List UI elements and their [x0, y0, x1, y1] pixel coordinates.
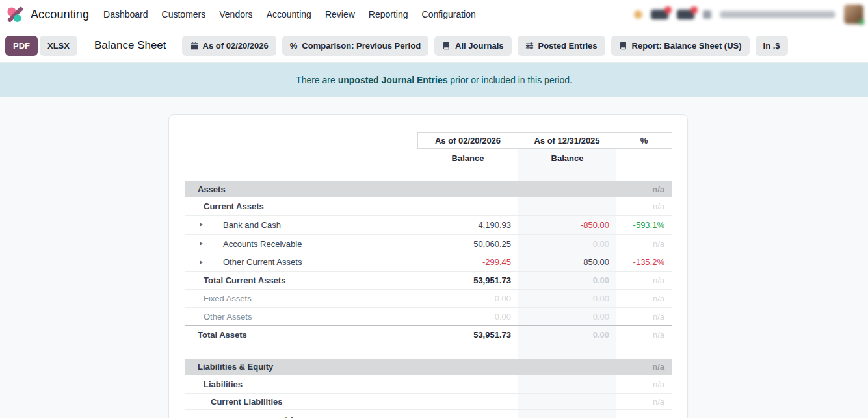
expand-caret-icon[interactable]	[200, 223, 203, 227]
menu-item-review[interactable]: Review	[325, 9, 355, 19]
table-row	[185, 410, 672, 418]
journals-filter-button[interactable]: All Journals	[434, 36, 511, 56]
row-label-cell: Liabilities & Equity	[185, 362, 417, 372]
balance-current-cell: 50,060.25	[417, 239, 518, 249]
variance-pct-cell: n/a	[616, 294, 672, 303]
menu-item-dashboard[interactable]: Dashboard	[103, 9, 148, 19]
table-row: Total Current Assets53,951.730.00n/a	[185, 272, 672, 290]
expand-caret-icon[interactable]	[200, 242, 203, 246]
nav-right-cluster	[634, 0, 863, 29]
messages-icon[interactable]	[651, 10, 668, 19]
table-row: Other Assets0.000.00n/a	[185, 308, 672, 326]
menu-item-accounting[interactable]: Accounting	[267, 9, 311, 19]
subheader-row: Balance Balance	[185, 149, 672, 168]
date-filter-button[interactable]: As of 02/20/2026	[182, 36, 276, 56]
pdf-button[interactable]: PDF	[5, 36, 38, 56]
main-menu: Dashboard Customers Vendors Accounting R…	[103, 9, 476, 19]
currency-filter-button[interactable]: In .$	[756, 36, 788, 56]
variance-pct-cell: n/a	[616, 184, 672, 194]
balance-comparison-cell: 0.00	[518, 275, 616, 285]
app-brand[interactable]: Accounting	[7, 6, 89, 23]
report-toolbar: PDF XLSX Balance Sheet As of 02/20/2026 …	[0, 29, 868, 63]
row-label: Liabilities & Equity	[198, 362, 273, 372]
currency-filter-label: In .$	[763, 41, 780, 51]
variance-pct-cell: -593.1%	[616, 220, 672, 230]
unposted-journal-entries-link[interactable]: unposted Journal Entries	[338, 75, 448, 85]
row-label[interactable]: Accounts Receivable	[223, 239, 302, 249]
column-header-comparison: As of 12/31/2025	[518, 132, 616, 149]
balance-current-cell: 53,951.73	[417, 330, 518, 340]
journal-icon	[442, 42, 451, 50]
posted-entries-filter-button[interactable]: Posted Entries	[518, 36, 605, 56]
company-switcher[interactable]	[720, 11, 835, 18]
menu-item-vendors[interactable]: Vendors	[219, 9, 252, 19]
row-label: Current Liabilities	[211, 397, 283, 407]
row-label-cell: Total Current Assets	[185, 275, 417, 285]
row-label[interactable]: Other Current Assets	[223, 257, 302, 267]
row-label: Current Assets	[204, 201, 264, 211]
section-header-row: Liabilities & Equityn/a	[185, 359, 672, 375]
section-header-row: Assetsn/a	[185, 181, 672, 197]
unposted-entries-banner: There are unposted Journal Entries prior…	[0, 63, 868, 97]
balance-current-cell: 53,951.73	[417, 275, 518, 285]
row-label: Total Assets	[198, 330, 247, 340]
systray-icon[interactable]	[703, 10, 711, 19]
row-label-cell: Liabilities	[185, 379, 417, 389]
report-icon	[619, 42, 627, 50]
row-label-cell: Accounts Receivable	[185, 239, 417, 249]
column-header-current: As of 02/20/2026	[417, 132, 518, 149]
balance-comparison-cell: 0.00	[518, 312, 616, 322]
balance-current-cell: 0.00	[417, 312, 518, 322]
date-filter-label: As of 02/20/2026	[203, 41, 269, 51]
expand-caret-icon[interactable]	[200, 260, 203, 264]
table-row: Liabilitiesn/a	[185, 375, 672, 394]
table-row: Current Assetsn/a	[185, 197, 672, 216]
top-nav: Accounting Dashboard Customers Vendors A…	[0, 0, 868, 29]
user-avatar[interactable]	[844, 5, 863, 24]
clipped-row-glyphs	[285, 417, 295, 418]
xlsx-button[interactable]: XLSX	[40, 36, 77, 56]
comparison-filter-button[interactable]: % Comparison: Previous Period	[282, 36, 428, 56]
variance-pct-cell: n/a	[616, 379, 672, 389]
table-row: Accounts Receivable50,060.250.00n/a	[185, 235, 672, 253]
calendar-icon	[190, 42, 198, 50]
banner-text: There are unposted Journal Entries prior…	[296, 75, 572, 85]
row-label: Total Current Assets	[204, 275, 285, 285]
filter-buttons: As of 02/20/2026 % Comparison: Previous …	[182, 36, 788, 56]
row-label: Other Assets	[204, 312, 252, 322]
menu-item-configuration[interactable]: Configuration	[422, 9, 476, 19]
report-card: As of 02/20/2026 As of 12/31/2025 % Bala…	[168, 114, 688, 418]
balance-comparison-cell: -850.00	[518, 220, 616, 230]
balance-comparison-cell: 850.00	[518, 257, 616, 267]
variance-pct-cell: n/a	[616, 397, 672, 407]
row-label-cell: Other Current Assets	[185, 257, 417, 267]
table-row: Bank and Cash4,190.93-850.00-593.1%	[185, 216, 672, 235]
percent-icon: %	[290, 42, 298, 50]
subheader-balance-comparison: Balance	[518, 149, 616, 168]
row-label-cell: Total Assets	[185, 330, 417, 340]
row-label-cell: Fixed Assets	[185, 294, 417, 303]
row-label-cell: Assets	[185, 184, 417, 194]
variance-pct-cell: n/a	[616, 239, 672, 249]
row-label-cell: Current Liabilities	[185, 397, 417, 407]
row-label-cell: Other Assets	[185, 312, 417, 322]
row-label-cell: Bank and Cash	[185, 220, 417, 230]
menu-item-reporting[interactable]: Reporting	[369, 9, 408, 19]
subheader-balance-current: Balance	[417, 149, 518, 168]
report-variant-filter-button[interactable]: Report: Balance Sheet (US)	[611, 36, 750, 56]
table-row: Fixed Assets0.000.00n/a	[185, 290, 672, 308]
table-row: Other Current Assets-299.45850.00-135.2%	[185, 253, 672, 272]
report-variant-filter-label: Report: Balance Sheet (US)	[632, 41, 742, 51]
report-rows: Assetsn/aCurrent Assetsn/aBank and Cash4…	[185, 181, 672, 418]
balance-comparison-cell: 0.00	[518, 294, 616, 303]
row-label[interactable]: Bank and Cash	[223, 220, 281, 230]
variance-pct-cell: n/a	[616, 330, 672, 340]
sliders-icon	[525, 42, 534, 50]
column-header-pct: %	[616, 132, 672, 149]
menu-item-customers[interactable]: Customers	[162, 9, 206, 19]
balance-current-cell: 0.00	[417, 294, 518, 303]
activities-badge-icon[interactable]	[677, 10, 694, 19]
row-label: Fixed Assets	[204, 294, 252, 303]
activity-icon[interactable]	[634, 10, 642, 19]
table-row: Total Assets53,951.730.00n/a	[185, 325, 672, 344]
